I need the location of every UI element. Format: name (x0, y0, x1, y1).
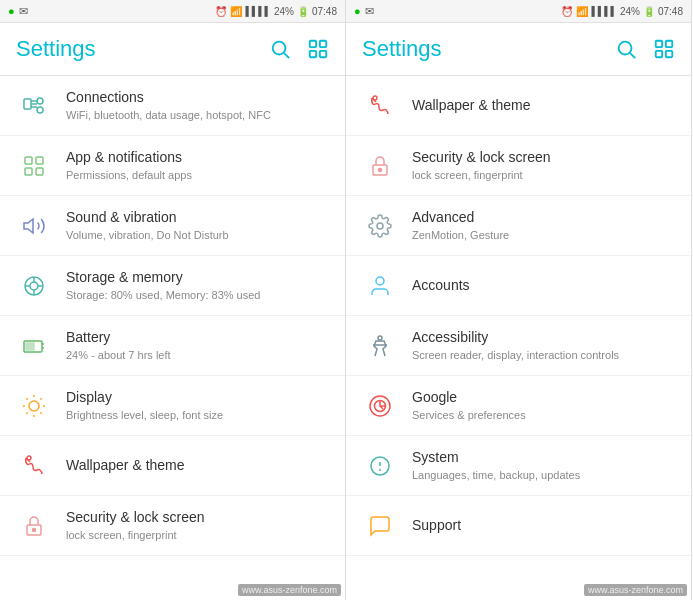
svg-rect-26 (26, 343, 34, 350)
right-accounts-icon (362, 268, 398, 304)
battery-icon: 🔋 (297, 6, 309, 17)
battery-subtitle: 24% - about 7 hrs left (66, 348, 329, 362)
left-item-battery[interactable]: Battery 24% - about 7 hrs left (0, 316, 345, 376)
security-subtitle: lock screen, fingerprint (66, 528, 329, 542)
left-item-connections[interactable]: Connections WiFi, bluetooth, data usage,… (0, 76, 345, 136)
right-menu-button[interactable] (653, 38, 675, 60)
left-item-apps[interactable]: App & notifications Permissions, default… (0, 136, 345, 196)
alarm-icon: ⏰ (215, 6, 227, 17)
svg-point-9 (37, 107, 43, 113)
svg-rect-43 (656, 51, 662, 57)
right-support-icon (362, 508, 398, 544)
right-status-right: ⏰ 📶 ▌▌▌▌ 24% 🔋 07:48 (561, 6, 683, 17)
right-support-text: Support (412, 516, 675, 534)
display-subtitle: Brightness level, sleep, font size (66, 408, 329, 422)
svg-point-47 (379, 168, 382, 171)
right-item-wallpaper[interactable]: Wallpaper & theme (346, 76, 691, 136)
right-google-icon (362, 388, 398, 424)
svg-point-39 (619, 42, 632, 55)
right-advanced-icon (362, 208, 398, 244)
svg-point-36 (27, 456, 31, 460)
sound-text: Sound & vibration Volume, vibration, Do … (66, 208, 329, 242)
left-item-display[interactable]: Display Brightness level, sleep, font si… (0, 376, 345, 436)
battery-icon-item (16, 328, 52, 364)
svg-rect-41 (656, 41, 662, 47)
wallpaper-text: Wallpaper & theme (66, 456, 329, 474)
right-panel: ● ✉ ⏰ 📶 ▌▌▌▌ 24% 🔋 07:48 Settings (346, 0, 692, 600)
connections-title: Connections (66, 88, 329, 106)
right-item-security[interactable]: Security & lock screen lock screen, fing… (346, 136, 691, 196)
display-title: Display (66, 388, 329, 406)
right-accessibility-icon (362, 328, 398, 364)
right-item-google[interactable]: Google Services & preferences (346, 376, 691, 436)
right-advanced-subtitle: ZenMotion, Gesture (412, 228, 675, 242)
right-line-icon: ● (354, 5, 361, 17)
right-item-system[interactable]: System Languages, time, backup, updates (346, 436, 691, 496)
svg-point-48 (377, 223, 383, 229)
right-security-title: Security & lock screen (412, 148, 675, 166)
right-wallpaper-text: Wallpaper & theme (412, 96, 675, 114)
right-battery-level: 24% (620, 6, 640, 17)
left-header: Settings (0, 23, 345, 75)
storage-icon (16, 268, 52, 304)
sound-title: Sound & vibration (66, 208, 329, 226)
right-security-subtitle: lock screen, fingerprint (412, 168, 675, 182)
apps-title: App & notifications (66, 148, 329, 166)
right-accounts-text: Accounts (412, 276, 675, 294)
right-search-button[interactable] (615, 38, 637, 60)
right-accounts-title: Accounts (412, 276, 675, 294)
left-item-sound[interactable]: Sound & vibration Volume, vibration, Do … (0, 196, 345, 256)
svg-rect-13 (36, 157, 43, 164)
storage-title: Storage & memory (66, 268, 329, 286)
right-item-support[interactable]: Support (346, 496, 691, 556)
right-item-accounts[interactable]: Accounts (346, 256, 691, 316)
svg-line-1 (284, 53, 289, 58)
storage-text: Storage & memory Storage: 80% used, Memo… (66, 268, 329, 302)
right-wallpaper-icon (362, 88, 398, 124)
right-item-advanced[interactable]: Advanced ZenMotion, Gesture (346, 196, 691, 256)
right-support-title: Support (412, 516, 675, 534)
svg-rect-12 (25, 157, 32, 164)
right-item-accessibility[interactable]: Accessibility Screen reader, display, in… (346, 316, 691, 376)
connections-icon (16, 88, 52, 124)
apps-subtitle: Permissions, default apps (66, 168, 329, 182)
right-system-subtitle: Languages, time, backup, updates (412, 468, 675, 482)
svg-rect-3 (320, 41, 326, 47)
security-title: Security & lock screen (66, 508, 329, 526)
connections-subtitle: WiFi, bluetooth, data usage, hotspot, NF… (66, 108, 329, 122)
time: 07:48 (312, 6, 337, 17)
sound-icon (16, 208, 52, 244)
right-status-left: ● ✉ (354, 5, 374, 18)
right-alarm-icon: ⏰ (561, 6, 573, 17)
right-signal-icon: ▌▌▌▌ (591, 6, 617, 16)
svg-rect-6 (24, 99, 31, 109)
svg-rect-2 (310, 41, 316, 47)
storage-subtitle: Storage: 80% used, Memory: 83% used (66, 288, 329, 302)
svg-marker-16 (24, 219, 33, 233)
right-title: Settings (362, 36, 442, 62)
left-item-storage[interactable]: Storage & memory Storage: 80% used, Memo… (0, 256, 345, 316)
svg-point-0 (273, 42, 286, 55)
left-item-wallpaper[interactable]: Wallpaper & theme (0, 436, 345, 496)
svg-point-50 (378, 336, 382, 340)
right-security-text: Security & lock screen lock screen, fing… (412, 148, 675, 182)
left-item-security[interactable]: Security & lock screen lock screen, fing… (0, 496, 345, 556)
svg-rect-44 (666, 51, 672, 57)
right-google-subtitle: Services & preferences (412, 408, 675, 422)
right-status-bar: ● ✉ ⏰ 📶 ▌▌▌▌ 24% 🔋 07:48 (346, 0, 691, 22)
svg-point-49 (376, 277, 384, 285)
line-icon: ● (8, 5, 15, 17)
wifi-icon: 📶 (230, 6, 242, 17)
display-icon (16, 388, 52, 424)
battery-text: Battery 24% - about 7 hrs left (66, 328, 329, 362)
menu-button[interactable] (307, 38, 329, 60)
apps-icon (16, 148, 52, 184)
security-icon (16, 508, 52, 544)
header-actions (269, 38, 329, 60)
svg-rect-4 (310, 51, 316, 57)
search-button[interactable] (269, 38, 291, 60)
svg-point-38 (33, 528, 36, 531)
svg-rect-5 (320, 51, 326, 57)
right-system-text: System Languages, time, backup, updates (412, 448, 675, 482)
right-google-text: Google Services & preferences (412, 388, 675, 422)
